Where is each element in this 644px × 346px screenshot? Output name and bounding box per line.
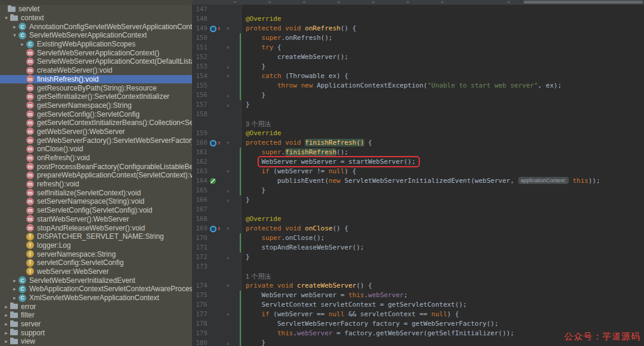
code-text[interactable]: }	[243, 100, 644, 110]
line-number[interactable]: 170	[192, 233, 209, 243]
code-text[interactable]: super.finishRefresh();	[243, 148, 644, 157]
vcs-change-bar[interactable]	[240, 319, 241, 329]
tree-item[interactable]: mpostProcessBeanFactory(ConfigurableList…	[0, 162, 192, 171]
tree-item[interactable]: ▸view	[0, 337, 192, 346]
tree-item[interactable]: fserverNamespace:String	[0, 250, 192, 258]
chevron-right-icon[interactable]: ▸	[18, 40, 26, 48]
tree-item[interactable]: mgetWebServerFactory():ServletWebServerF…	[0, 136, 192, 145]
code-text[interactable]: WebServer webServer = this.webServer;	[243, 291, 644, 300]
tree-item[interactable]: ▸CXmlServletWebServerApplicationContext	[0, 294, 192, 303]
tree-item[interactable]: fwebServer:WebServer	[0, 267, 192, 276]
vcs-change-bar[interactable]	[240, 157, 241, 167]
code-text[interactable]: @Override	[243, 14, 644, 24]
vcs-change-bar[interactable]	[240, 176, 241, 186]
vcs-change-bar[interactable]	[240, 71, 241, 81]
line-number[interactable]: 180	[192, 338, 209, 346]
tree-item[interactable]: ▾CServletWebServerApplicationContext	[0, 31, 192, 40]
tree-item[interactable]: ▸error	[0, 302, 192, 311]
tree-item[interactable]: ▸server	[0, 320, 192, 329]
tree-item[interactable]: flogger:Log	[0, 241, 192, 250]
code-text[interactable]: super.onRefresh();	[243, 33, 644, 43]
chevron-down-icon[interactable]: ▾	[11, 31, 18, 39]
tree-item[interactable]: mgetServletContextInitializerBeans():Col…	[0, 119, 192, 127]
vcs-change-bar[interactable]	[240, 33, 241, 43]
line-number[interactable]: 175	[192, 291, 209, 300]
vcs-change-bar[interactable]	[240, 243, 241, 253]
tree-item[interactable]: monClose():void	[0, 145, 192, 154]
tree-item[interactable]: mgetResourceByPath(String):Resource	[0, 83, 192, 92]
vcs-change-bar[interactable]	[240, 329, 241, 338]
fold-toggle-icon[interactable]: ▿	[221, 138, 235, 148]
code-text[interactable]: }	[243, 91, 644, 100]
tree-item[interactable]: ▸CServletWebServerInitializedEvent	[0, 276, 192, 285]
vcs-change-bar[interactable]	[240, 43, 241, 52]
line-number[interactable]: 167	[192, 205, 209, 214]
structure-panel[interactable]: servlet▾context▸CAnnotationConfigServlet…	[0, 5, 192, 346]
line-number[interactable]: 178	[192, 319, 209, 329]
line-number[interactable]: 158	[192, 110, 209, 119]
tree-item[interactable]: fDISPATCHER_SERVLET_NAME:String	[0, 232, 192, 241]
tree-item[interactable]: msetServerNamespace(String):void	[0, 197, 192, 206]
vcs-change-bar[interactable]	[240, 148, 241, 157]
tree-item[interactable]: mgetWebServer():WebServer	[0, 127, 192, 136]
line-number[interactable]: 155	[192, 81, 209, 91]
chevron-right-icon[interactable]: ▸	[2, 311, 10, 319]
chevron-right-icon[interactable]: ▸	[11, 294, 18, 302]
line-number[interactable]: 150	[192, 33, 209, 43]
fold-toggle-icon[interactable]: ▿	[221, 71, 235, 81]
overriding-method-icon[interactable]	[210, 26, 216, 32]
tree-item[interactable]: mServletWebServerApplicationContext()	[0, 48, 192, 57]
vcs-change-bar[interactable]	[240, 52, 241, 62]
overriding-method-icon[interactable]	[210, 140, 216, 146]
code-text[interactable]: try {	[243, 43, 644, 52]
vcs-change-bar[interactable]	[240, 186, 241, 195]
tree-item[interactable]: ▸CAnnotationConfigServletWebServerApplic…	[0, 22, 192, 31]
chevron-right-icon[interactable]: ▸	[11, 285, 18, 293]
line-number[interactable]: 153	[192, 62, 209, 71]
code-text[interactable]: WebServer webServer = startWebServer();	[243, 157, 644, 167]
line-number[interactable]: 157	[192, 100, 209, 110]
tree-item[interactable]: mstartWebServer():WebServer	[0, 215, 192, 224]
tree-item[interactable]: mstopAndReleaseWebServer():void	[0, 223, 192, 232]
tree-item[interactable]: mfinishRefresh():void	[0, 75, 192, 84]
code-text[interactable]: }	[243, 195, 644, 205]
tree-item[interactable]: mgetServerNamespace():String	[0, 101, 192, 110]
tree-item[interactable]: mgetSelfInitializer():ServletContextInit…	[0, 92, 192, 101]
vcs-change-bar[interactable]	[240, 291, 241, 300]
tree-item[interactable]: ▸support	[0, 328, 192, 337]
line-number[interactable]: 160	[192, 138, 209, 148]
fold-toggle-icon[interactable]: ▿	[221, 281, 235, 291]
line-number[interactable]: 174	[192, 281, 209, 291]
chevron-right-icon[interactable]: ▸	[2, 329, 10, 337]
tree-item[interactable]: ▾context	[0, 14, 192, 23]
fold-toggle-icon[interactable]: ▿	[221, 24, 235, 33]
tree-item[interactable]: ▸filter	[0, 311, 192, 320]
tree-item[interactable]: msetServletConfig(ServletConfig):void	[0, 206, 192, 215]
chevron-right-icon[interactable]: ▸	[11, 23, 18, 31]
tree-item[interactable]: mServletWebServerApplicationContext(Defa…	[0, 57, 192, 66]
fold-toggle-icon[interactable]: ▿	[221, 310, 235, 319]
fold-toggle-icon[interactable]: ▿	[221, 167, 235, 176]
fold-toggle-icon[interactable]: ▵	[221, 195, 235, 205]
line-number[interactable]: 179	[192, 329, 209, 338]
line-number[interactable]: 173	[192, 262, 209, 272]
tree-item[interactable]: mgetServletConfig():ServletConfig	[0, 110, 192, 119]
vcs-change-bar[interactable]	[240, 167, 241, 176]
tree-item[interactable]: mprepareWebApplicationContext(ServletCon…	[0, 171, 192, 180]
overriding-method-icon[interactable]	[210, 226, 216, 232]
line-number[interactable]: 171	[192, 243, 209, 253]
code-text[interactable]: }	[243, 62, 644, 71]
code-text[interactable]: createWebServer();	[243, 52, 644, 62]
line-number[interactable]: 162	[192, 157, 209, 167]
chevron-right-icon[interactable]: ▸	[11, 276, 18, 285]
tree-item[interactable]: mselfInitialize(ServletContext):void	[0, 188, 192, 197]
chevron-down-icon[interactable]: ▾	[2, 14, 10, 22]
code-text[interactable]: ServletContext servletContext = getServl…	[243, 300, 644, 310]
fold-toggle-icon[interactable]: ▵	[221, 253, 235, 262]
code-text[interactable]: protected void onRefresh() {	[243, 24, 644, 33]
code-text[interactable]: @Override	[243, 129, 644, 138]
line-number[interactable]: 176	[192, 300, 209, 310]
code-text[interactable]: super.onClose();	[243, 233, 644, 243]
tree-item[interactable]: servlet	[0, 5, 192, 14]
line-number[interactable]: 156	[192, 91, 209, 100]
